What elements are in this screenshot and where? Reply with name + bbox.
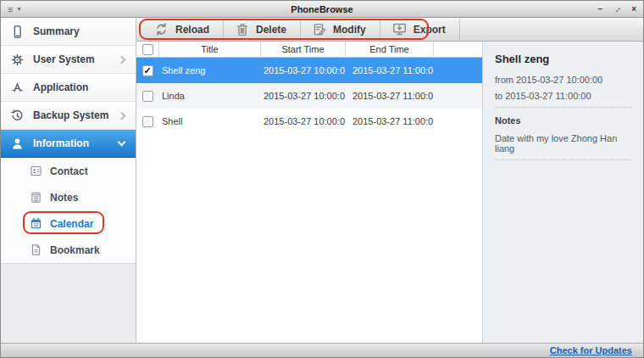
notes-icon: [30, 191, 42, 204]
detail-title: Shell zeng: [495, 53, 633, 65]
detail-from: from 2015-03-27 10:00:00: [495, 75, 633, 85]
detail-panel: Shell zeng from 2015-03-27 10:00:00 to 2…: [482, 42, 643, 343]
detail-notes-label: Notes: [495, 115, 633, 126]
sidebar-item-label: Summary: [33, 25, 127, 37]
detail-to: to 2015-03-27 11:00:00: [495, 91, 633, 101]
minimize-button[interactable]: –: [598, 4, 603, 14]
reload-icon: [153, 21, 169, 37]
sidebar: Summary User System: [1, 18, 136, 343]
sidebar-item-label: Application: [33, 81, 127, 93]
cell-title: Shell zeng: [158, 65, 260, 76]
sidebar-subitem-bookmark[interactable]: Bookmark: [1, 237, 136, 263]
modify-icon: [312, 22, 327, 37]
select-all-checkbox[interactable]: [142, 44, 153, 55]
cell-end-time: 2015-03-27 11:00:00: [345, 116, 433, 126]
export-label: Export: [414, 24, 446, 36]
phone-icon: [10, 25, 25, 39]
reload-button[interactable]: Reload: [142, 19, 224, 41]
delete-label: Delete: [256, 24, 286, 36]
sidebar-subitem-contact[interactable]: Contact: [1, 158, 136, 184]
row-checkbox[interactable]: [142, 116, 153, 127]
table-row[interactable]: Linda 2015-03-27 10:00:00 2015-03-27 11:…: [136, 83, 482, 109]
chevron-down-icon: [118, 137, 126, 146]
title-bar: ≡ ▾ PhoneBrowse – ↔ ×: [1, 1, 643, 18]
detail-divider: [495, 107, 633, 108]
table-row[interactable]: ✓ Shell zeng 2015-03-27 10:00:00 2015-03…: [136, 58, 482, 83]
status-bar: Check for Updates: [1, 343, 643, 357]
sidebar-item-label: User System: [33, 53, 110, 65]
sidebar-item-label: Information: [33, 137, 110, 149]
window-title: PhoneBrowse: [67, 4, 577, 14]
row-checkbox-checked[interactable]: ✓: [142, 65, 153, 76]
toolbar: Reload Delete: [136, 18, 643, 42]
cell-start-time: 2015-03-27 10:00:00: [260, 91, 345, 101]
cell-title: Linda: [158, 91, 260, 101]
sidebar-item-information[interactable]: Information: [1, 130, 136, 158]
table-empty-area: [136, 134, 482, 343]
sidebar-item-application[interactable]: Application: [1, 74, 136, 102]
sidebar-subitem-label: Contact: [50, 165, 88, 177]
cell-end-time: 2015-03-27 11:00:00: [345, 65, 433, 76]
bookmark-icon: [30, 243, 42, 256]
export-icon: [391, 21, 408, 37]
calendar-icon: 12: [30, 217, 42, 230]
person-icon: [10, 137, 25, 151]
sidebar-subitem-label: Bookmark: [50, 244, 100, 256]
sidebar-filler: [1, 263, 136, 343]
trash-icon: [235, 22, 250, 37]
check-for-updates-link[interactable]: Check for Updates: [550, 345, 632, 355]
sidebar-subitem-notes[interactable]: Notes: [1, 184, 136, 210]
contact-icon: [30, 165, 42, 177]
detail-divider: [495, 159, 633, 160]
row-checkbox[interactable]: [142, 91, 153, 102]
export-button[interactable]: Export: [380, 19, 460, 41]
column-header-title[interactable]: Title: [158, 42, 260, 57]
svg-text:12: 12: [34, 222, 39, 227]
sidebar-item-label: Backup System: [33, 109, 110, 121]
table-header-row: Title Start Time End Time: [136, 42, 482, 58]
menu-icon[interactable]: ≡: [8, 4, 13, 14]
sidebar-subitem-calendar[interactable]: 12 Calendar: [1, 210, 136, 237]
cell-start-time: 2015-03-27 10:00:00: [260, 65, 345, 76]
app-window: ≡ ▾ PhoneBrowse – ↔ × Summary: [0, 0, 644, 358]
maximize-button[interactable]: ↔: [611, 3, 624, 15]
cell-start-time: 2015-03-27 10:00:00: [260, 116, 345, 126]
cell-end-time: 2015-03-27 11:00:00: [345, 91, 433, 101]
calendar-table: Title Start Time End Time ✓ Shell zeng 2…: [136, 42, 482, 343]
table-row[interactable]: Shell 2015-03-27 10:00:00 2015-03-27 11:…: [136, 109, 482, 134]
column-header-end-time[interactable]: End Time: [345, 42, 433, 57]
menu-caret-icon[interactable]: ▾: [17, 5, 20, 13]
backup-icon: [10, 109, 25, 123]
chevron-right-icon: [118, 111, 126, 120]
close-button[interactable]: ×: [631, 4, 636, 14]
sidebar-item-backup-system[interactable]: Backup System: [1, 102, 136, 130]
reload-label: Reload: [175, 24, 209, 36]
modify-label: Modify: [333, 24, 366, 36]
delete-button[interactable]: Delete: [224, 19, 301, 41]
sidebar-item-user-system[interactable]: User System: [1, 46, 136, 74]
chevron-right-icon: [118, 55, 126, 64]
sidebar-subitem-label: Calendar: [50, 218, 93, 230]
modify-button[interactable]: Modify: [301, 19, 380, 41]
sidebar-item-summary[interactable]: Summary: [1, 18, 136, 46]
sidebar-subitem-label: Notes: [50, 192, 78, 204]
cell-title: Shell: [158, 116, 260, 126]
app-icon: [10, 81, 25, 95]
detail-notes-value: Date with my love Zhong Han liang: [495, 133, 633, 154]
column-header-start-time[interactable]: Start Time: [260, 42, 345, 57]
gear-icon: [10, 53, 25, 67]
